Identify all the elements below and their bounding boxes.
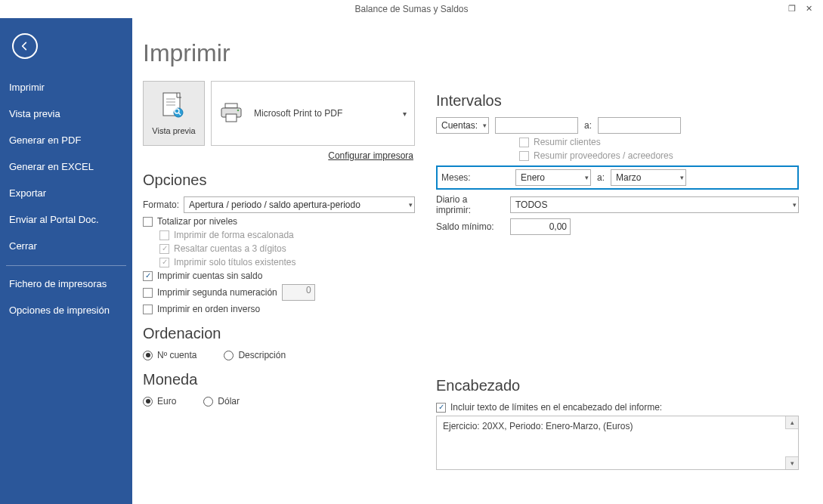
ordenacion-heading: Ordenacion	[143, 325, 415, 342]
sidebar-item-imprimir[interactable]: Imprimir	[0, 74, 132, 100]
preview-button[interactable]: Vista previa	[143, 81, 205, 146]
configure-printer-link[interactable]: Configurar impresora	[143, 150, 415, 161]
encabezado-preview[interactable]: Ejercicio: 20XX, Periodo: Enero-Marzo, (…	[436, 416, 799, 470]
formato-select[interactable]: Apertura / periodo / saldo apertura-peri…	[184, 196, 415, 213]
a-label-meses: a:	[597, 172, 605, 183]
main-panel: Imprimir Vista previa	[132, 18, 823, 504]
mes-from-select[interactable]: Enero ▾	[515, 169, 591, 186]
preview-row: Vista previa Microsoft Print to PDF ▾	[143, 81, 415, 146]
preview-button-label: Vista previa	[152, 126, 195, 135]
resumir-proveedores-label: Resumir proveedores / acreedores	[534, 150, 673, 161]
solo-titulos-checkbox	[159, 258, 169, 267]
chevron-down-icon: ▾	[409, 201, 413, 209]
orden-inverso-label: Imprimir en orden inverso	[157, 304, 260, 314]
scroll-up-button[interactable]: ▴	[785, 416, 798, 429]
sin-saldo-label: Imprimir cuentas sin saldo	[157, 271, 262, 281]
back-button[interactable]	[12, 33, 38, 59]
moneda-euro-label: Euro	[157, 396, 176, 407]
diario-select[interactable]: TODOS ▾	[510, 196, 799, 213]
body-area: Imprimir Vista previa Generar en PDF Gen…	[0, 18, 823, 504]
totalizar-label: Totalizar por niveles	[157, 216, 237, 227]
opciones-heading: Opciones	[143, 172, 415, 189]
svg-rect-7	[225, 104, 237, 108]
printer-name: Microsoft Print to PDF	[254, 108, 342, 119]
page-title: Imprimir	[143, 39, 415, 67]
moneda-dolar-radio[interactable]	[203, 397, 213, 407]
cuentas-label: Cuentas:	[441, 120, 478, 131]
moneda-heading: Moneda	[143, 371, 415, 388]
segunda-num-checkbox[interactable]	[143, 288, 153, 298]
resaltar-label: Resaltar cuentas a 3 dígitos	[174, 243, 286, 254]
document-preview-icon	[160, 91, 187, 122]
window-title: Balance de Sumas y Saldos	[354, 4, 468, 14]
moneda-euro-radio[interactable]	[143, 397, 153, 407]
segunda-num-value: 0	[282, 284, 315, 301]
arrow-left-icon	[19, 40, 31, 52]
orden-ncuenta-radio[interactable]	[143, 351, 153, 360]
svg-point-10	[237, 110, 240, 112]
chevron-down-icon: ▾	[403, 110, 407, 118]
printer-icon	[219, 102, 245, 125]
escalonada-checkbox	[159, 230, 169, 240]
sidebar-item-generar-pdf[interactable]: Generar en PDF	[0, 127, 132, 153]
resumir-proveedores-checkbox	[519, 151, 529, 161]
orden-ncuenta-label: Nº cuenta	[157, 350, 196, 360]
left-column: Imprimir Vista previa	[143, 39, 415, 504]
meses-label: Meses:	[441, 172, 509, 183]
sidebar-item-vista-previa[interactable]: Vista previa	[0, 100, 132, 127]
right-column: Intervalos Cuentas: ▾ a: Resumir cliente	[415, 39, 799, 504]
sidebar-item-opciones[interactable]: Opciones de impresión	[0, 297, 132, 323]
diario-value: TODOS	[515, 199, 547, 210]
sidebar-item-enviar-portal[interactable]: Enviar al Portal Doc.	[0, 206, 132, 233]
cuentas-to-input[interactable]	[598, 117, 681, 134]
resumir-clientes-label: Resumir clientes	[534, 137, 601, 147]
maximize-button[interactable]: ❐	[784, 2, 800, 14]
sidebar-item-generar-excel[interactable]: Generar en EXCEL	[0, 153, 132, 180]
sidebar: Imprimir Vista previa Generar en PDF Gen…	[0, 18, 132, 504]
encabezado-preview-text: Ejercicio: 20XX, Periodo: Enero-Marzo, (…	[443, 421, 633, 431]
resaltar-checkbox	[159, 244, 169, 254]
diario-label: Diario a imprimir:	[436, 194, 504, 215]
incluir-encabezado-checkbox[interactable]	[436, 403, 446, 413]
moneda-dolar-label: Dólar	[218, 396, 240, 407]
window-controls: ❐ ✕	[784, 2, 817, 14]
chevron-down-icon: ▾	[483, 122, 487, 129]
orden-inverso-checkbox[interactable]	[143, 305, 153, 314]
orden-descripcion-label: Descripción	[238, 350, 286, 360]
incluir-encabezado-label: Incluir texto de límites en el encabezad…	[450, 402, 662, 413]
formato-value: Apertura / periodo / saldo apertura-peri…	[189, 199, 360, 210]
svg-rect-9	[226, 114, 237, 122]
solo-titulos-label: Imprimir solo títulos existentes	[174, 257, 295, 267]
chevron-down-icon: ▾	[793, 201, 797, 209]
mes-from-value: Enero	[521, 172, 545, 183]
cuentas-from-input[interactable]	[495, 117, 578, 134]
mes-to-value: Marzo	[616, 172, 641, 183]
sidebar-item-cerrar[interactable]: Cerrar	[0, 233, 132, 259]
scroll-down-button[interactable]: ▾	[785, 456, 798, 469]
a-label: a:	[584, 120, 592, 131]
formato-label: Formato:	[143, 199, 179, 210]
sidebar-item-exportar[interactable]: Exportar	[0, 180, 132, 206]
segunda-num-label: Imprimir segunda numeración	[157, 287, 277, 298]
chevron-down-icon: ▾	[585, 174, 589, 181]
meses-highlight: Meses: Enero ▾ a: Marzo ▾	[436, 165, 799, 190]
titlebar: Balance de Sumas y Saldos ❐ ✕	[0, 0, 823, 18]
encabezado-heading: Encabezado	[436, 377, 799, 394]
cuentas-type-select[interactable]: Cuentas: ▾	[436, 117, 489, 134]
saldo-min-label: Saldo mínimo:	[436, 221, 504, 232]
printer-select[interactable]: Microsoft Print to PDF ▾	[211, 81, 415, 146]
sin-saldo-checkbox[interactable]	[143, 271, 153, 281]
intervalos-heading: Intervalos	[436, 92, 799, 110]
totalizar-checkbox[interactable]	[143, 217, 153, 227]
chevron-down-icon: ▾	[680, 174, 684, 181]
sidebar-item-fichero[interactable]: Fichero de impresoras	[0, 271, 132, 297]
sidebar-separator	[6, 265, 126, 266]
saldo-min-input[interactable]	[510, 218, 571, 235]
print-dialog-window: Balance de Sumas y Saldos ❐ ✕ Imprimir V…	[0, 0, 823, 504]
orden-descripcion-radio[interactable]	[224, 351, 234, 360]
resumir-clientes-checkbox	[519, 138, 529, 147]
mes-to-select[interactable]: Marzo ▾	[611, 169, 686, 186]
escalonada-label: Imprimir de forma escalonada	[174, 230, 294, 240]
close-button[interactable]: ✕	[800, 2, 817, 14]
